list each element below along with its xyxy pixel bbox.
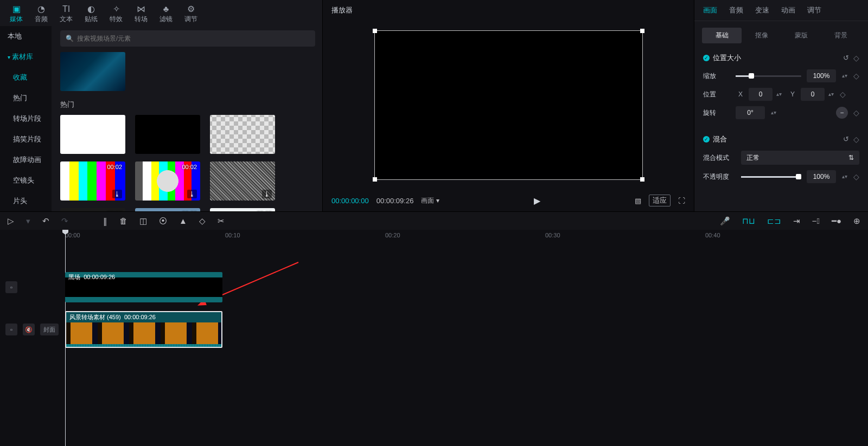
undo-button[interactable]: ↶ xyxy=(42,216,49,226)
keyframe-icon[interactable]: ◇ xyxy=(853,135,859,144)
pos-y-stepper[interactable]: ▴▾ xyxy=(828,93,834,96)
mirror-button[interactable]: ▲ xyxy=(179,216,187,225)
keyframe-icon[interactable]: ◇ xyxy=(853,108,859,117)
reset-icon[interactable]: ↺ xyxy=(843,135,849,144)
nav-filter[interactable]: ♣滤镜 xyxy=(159,5,173,24)
tab-picture[interactable]: 画面 xyxy=(703,5,717,15)
cover-button[interactable]: 封面 xyxy=(40,324,59,335)
sidebar-hot[interactable]: 热门 xyxy=(0,88,52,108)
tab-anim[interactable]: 动画 xyxy=(781,5,795,15)
nav-transition[interactable]: ⋈转场 xyxy=(135,5,148,24)
handle-tr[interactable] xyxy=(640,29,644,33)
keyframe-icon[interactable]: ◇ xyxy=(853,72,859,80)
opacity-stepper[interactable]: ▴▾ xyxy=(841,175,848,178)
download-icon[interactable]: ⭳ xyxy=(187,190,197,198)
crop-button[interactable]: ◫ xyxy=(139,216,147,226)
clip-scenery[interactable]: 风景转场素材 (459) 00:00:09:26 xyxy=(65,311,222,348)
scale-stepper[interactable]: ▴▾ xyxy=(841,74,848,77)
track-overlay[interactable]: ▫ 黑场 00:00:09:26 xyxy=(65,269,868,306)
handle-br[interactable] xyxy=(640,177,644,182)
preview-canvas[interactable] xyxy=(374,30,643,180)
split-button[interactable]: ‖ xyxy=(103,216,107,226)
crop2-button[interactable]: ✂ xyxy=(218,216,225,226)
keyframe-icon[interactable]: ◇ xyxy=(853,54,859,62)
keyframe-icon[interactable]: ◇ xyxy=(840,90,846,99)
mic-icon[interactable]: 🎤 xyxy=(720,216,730,226)
record-button[interactable]: ⦿ xyxy=(159,216,167,225)
track-toggle-icon[interactable]: ▫ xyxy=(5,281,17,293)
play-button[interactable]: ▶ xyxy=(534,196,540,206)
nav-sticker[interactable]: ◐贴纸 xyxy=(85,5,98,24)
handle-tl[interactable] xyxy=(373,29,377,33)
tab-speed[interactable]: 变速 xyxy=(755,5,769,15)
timeline-ruler[interactable]: 00:00 00:10 00:20 00:30 00:40 xyxy=(65,230,868,242)
rotate-value[interactable]: 0° xyxy=(736,106,765,119)
download-icon[interactable]: ⭳ xyxy=(262,190,272,198)
sidebar-intro[interactable]: 片头 xyxy=(0,191,52,211)
thumb-clip1[interactable]: 00:02 xyxy=(60,208,125,211)
rotate-button[interactable]: ◇ xyxy=(199,216,206,226)
zoom-fit-icon[interactable]: ⊕ xyxy=(853,216,860,226)
blend-mode-select[interactable]: 正常⇅ xyxy=(741,151,859,165)
subtab-mask[interactable]: 蒙版 xyxy=(781,28,821,43)
check-icon[interactable]: ✓ xyxy=(703,55,710,61)
rotate-stepper[interactable]: ▴▾ xyxy=(770,111,777,114)
pos-x-stepper[interactable]: ▴▾ xyxy=(776,93,782,96)
search-input[interactable] xyxy=(77,35,310,42)
subtab-basic[interactable]: 基础 xyxy=(702,28,742,43)
sidebar-funny[interactable]: 搞笑片段 xyxy=(0,129,52,150)
download-icon[interactable]: ⭳ xyxy=(112,190,122,198)
reset-icon[interactable]: ↺ xyxy=(843,54,849,62)
magnet-sub-icon[interactable]: ⊏⊐ xyxy=(767,216,781,226)
sidebar-library[interactable]: 素材库 xyxy=(0,47,52,67)
tab-audio[interactable]: 音频 xyxy=(729,5,743,15)
thumb-clip3[interactable]: 00:05 xyxy=(210,208,275,211)
flip-icon[interactable]: − xyxy=(836,107,848,119)
cursor-dropdown[interactable]: ▾ xyxy=(26,216,30,226)
nav-adjust[interactable]: ⚙调节 xyxy=(184,5,197,24)
scale-slider[interactable] xyxy=(736,75,801,77)
nav-media[interactable]: ▣媒体 xyxy=(10,5,23,24)
player-stage[interactable] xyxy=(323,21,694,190)
search-box[interactable]: 🔍 xyxy=(60,30,315,47)
handle-bl[interactable] xyxy=(373,177,377,182)
thumb-colorbars[interactable]: 00:02⭳ xyxy=(60,161,125,201)
scale-value[interactable]: 100% xyxy=(807,69,836,82)
subtab-cutout[interactable]: 抠像 xyxy=(742,28,781,43)
pos-y-value[interactable]: 0 xyxy=(801,88,825,101)
sidebar-fav[interactable]: 收藏 xyxy=(0,67,52,88)
redo-button[interactable]: ↷ xyxy=(61,216,68,226)
thumb-black[interactable] xyxy=(135,115,200,154)
track-toggle-icon[interactable]: ▫ xyxy=(5,324,17,335)
zoom-slider[interactable]: ━● xyxy=(832,216,841,226)
nav-text[interactable]: TI文本 xyxy=(60,5,73,24)
thumb-clip2[interactable]: 00:06 xyxy=(135,208,200,211)
delete-button[interactable]: 🗑 xyxy=(119,216,127,225)
thumb-white[interactable] xyxy=(60,115,125,154)
pos-x-value[interactable]: 0 xyxy=(749,88,773,101)
thumb-static[interactable]: ⭳ xyxy=(210,161,275,201)
timeline[interactable]: 00:00 00:10 00:20 00:30 00:40 ▫ 黑场 00:00… xyxy=(0,230,868,446)
cursor-tool[interactable]: ▷ xyxy=(8,216,14,226)
nav-audio[interactable]: ◔音频 xyxy=(35,5,48,24)
opacity-slider[interactable] xyxy=(741,176,801,178)
magnet-main-icon[interactable]: ⊓⊔ xyxy=(742,216,755,226)
track-main[interactable]: ▫ 🔇 封面 风景转场素材 (459) 00:00:09:26 xyxy=(65,311,868,348)
thumb-wave[interactable] xyxy=(60,52,125,91)
thumb-transparent[interactable] xyxy=(210,115,275,154)
tab-adjust[interactable]: 调节 xyxy=(807,5,821,15)
thumb-testcard[interactable]: 00:02⭳ xyxy=(135,161,200,201)
fit-button[interactable]: 适应 xyxy=(649,195,671,206)
link-icon[interactable]: ⇥ xyxy=(793,216,800,226)
compare-icon[interactable]: ▧ xyxy=(635,197,641,205)
sidebar-empty[interactable]: 空镜头 xyxy=(0,170,52,191)
nav-effect[interactable]: ✧特效 xyxy=(110,5,123,24)
clip-black[interactable]: 黑场 00:00:09:26 xyxy=(65,272,222,302)
sidebar-glitch[interactable]: 故障动画 xyxy=(0,150,52,170)
sidebar-transition-clip[interactable]: 转场片段 xyxy=(0,108,52,129)
check-icon[interactable]: ✓ xyxy=(703,136,710,143)
subtab-bg[interactable]: 背景 xyxy=(821,28,860,43)
opacity-value[interactable]: 100% xyxy=(807,170,836,183)
keyframe-icon[interactable]: ◇ xyxy=(853,172,859,181)
fullscreen-icon[interactable]: ⛶ xyxy=(678,197,685,205)
